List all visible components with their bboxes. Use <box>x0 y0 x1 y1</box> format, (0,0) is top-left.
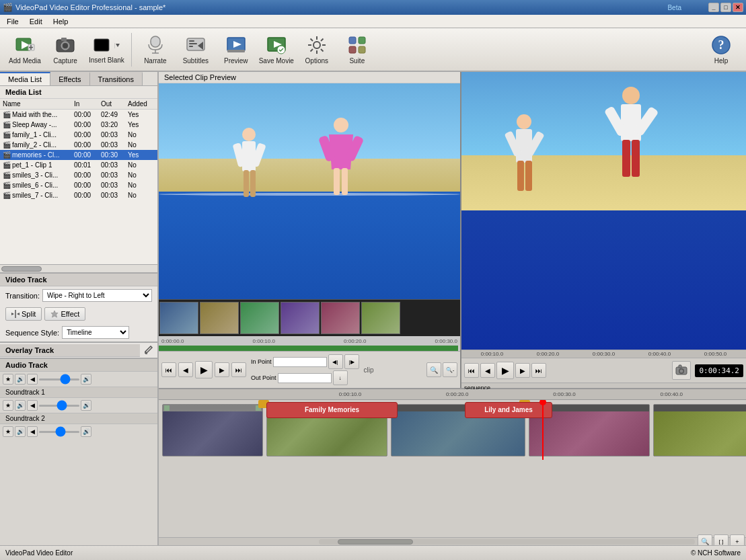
media-row[interactable]: 🎬 Sleep Away -... 00:00 03:20 Yes <box>0 120 157 130</box>
track-buttons-row: Split Effect <box>0 305 157 323</box>
split-button[interactable]: Split <box>5 307 42 321</box>
timeline-zoom-reset-btn[interactable]: [ ] <box>714 534 729 546</box>
st1-mute-btn[interactable]: 🔊 <box>15 400 26 411</box>
st2-mute-btn[interactable]: 🔊 <box>15 426 26 437</box>
in-point-input[interactable]: 0:00:00.00 <box>273 357 327 367</box>
media-row[interactable]: 🎬 memories - Cl... 00:00 00:30 Yes <box>0 150 157 160</box>
audio-next-btn[interactable]: 🔊 <box>81 374 91 385</box>
soundtrack-2-controls: ★ 🔊 ◀ 🔊 <box>0 424 157 439</box>
timeline-area: 0:00:10.0 0:00:20.0 0:00:30.0 0:00:40.0 <box>159 388 746 545</box>
out-point-row: Out Point 0:00:30.00 ↓ <box>251 370 359 385</box>
svg-rect-8 <box>61 38 67 41</box>
st1-next-btn[interactable]: 🔊 <box>81 400 91 411</box>
tab-media-list[interactable]: Media List <box>0 72 50 85</box>
media-row[interactable]: 🎬 smiles_6 - Cli... 00:00 00:03 No <box>0 180 157 190</box>
save-movie-button[interactable]: Save Movie <box>257 31 296 68</box>
in-point-row: In Point 0:00:00.00 ◀| |▶ <box>251 354 359 369</box>
tl-clip-1[interactable] <box>162 404 263 456</box>
audio-prev-btn[interactable]: ◀ <box>27 374 38 385</box>
sequence-controls: ⏮ ◀ ▶ ▶ ⏭ 0:00:34.2 <box>461 358 746 383</box>
scrollbar-thumb[interactable] <box>338 539 413 545</box>
insert-blank-button[interactable]: Insert Blank <box>86 31 127 68</box>
minimize-button[interactable]: _ <box>708 3 719 12</box>
clip-skip-end-btn[interactable]: ⏭ <box>231 362 246 377</box>
svg-rect-65 <box>621 104 641 141</box>
suite-button[interactable]: Suite <box>338 31 377 68</box>
media-row[interactable]: 🎬 smiles_3 - Cli... 00:00 00:03 No <box>0 170 157 180</box>
seq-play-btn[interactable]: ▶ <box>496 362 514 379</box>
media-list-scrollbar[interactable] <box>0 264 157 272</box>
close-button[interactable]: ✕ <box>733 3 743 12</box>
app-title: VideoPad Video Editor Professional - sam… <box>15 3 165 11</box>
audio-mute-btn[interactable]: 🔊 <box>15 374 26 385</box>
svg-point-72 <box>680 370 683 373</box>
clip-prev-frame-btn[interactable]: ◀ <box>178 362 193 377</box>
st2-volume-slider[interactable] <box>39 431 79 433</box>
help-icon: ? <box>710 34 732 56</box>
maximize-button[interactable]: □ <box>720 3 731 12</box>
sequence-style-select[interactable]: Timeline Storyboard <box>62 326 129 339</box>
menu-file[interactable]: File <box>1 16 24 27</box>
out-point-input[interactable]: 0:00:30.00 <box>278 373 332 383</box>
add-to-seq-btn[interactable]: ↓ <box>333 370 348 385</box>
capture-button[interactable]: Capture <box>46 31 85 68</box>
st1-prev-btn[interactable]: ◀ <box>27 400 38 411</box>
st1-star-btn[interactable]: ★ <box>3 400 13 411</box>
narrate-button[interactable]: Narrate <box>136 31 175 68</box>
zoom-in-btn[interactable]: 🔍 <box>426 362 441 377</box>
clip-next-frame-btn[interactable]: ▶ <box>215 362 229 377</box>
timeline-zoom-out-btn[interactable]: 🔍 <box>698 534 712 546</box>
clip-skip-start-btn[interactable]: ⏮ <box>161 362 176 377</box>
audio-volume-slider[interactable] <box>39 378 79 381</box>
svg-line-32 <box>321 49 324 52</box>
st2-next-btn[interactable]: 🔊 <box>81 426 91 437</box>
effect-button[interactable]: Effect <box>44 307 85 321</box>
snapshot-btn[interactable] <box>672 361 691 380</box>
subtitles-button[interactable]: Subtitles <box>176 31 215 68</box>
svg-marker-42 <box>11 313 14 315</box>
seq-skip-end-btn[interactable]: ⏭ <box>531 363 546 378</box>
preview-button[interactable]: Preview <box>217 31 256 68</box>
zoom-out-btn[interactable]: 🔍- <box>443 362 457 377</box>
overlay-edit-icon[interactable] <box>140 343 157 358</box>
tab-bar: Media List Effects Transitions <box>0 72 157 86</box>
sequence-ruler: 0:00:10.0 0:00:20.0 0:00:30.0 0:00:40.0 … <box>461 350 746 358</box>
options-button[interactable]: Options <box>297 31 336 68</box>
video-track-label: Video Track <box>0 274 157 286</box>
audio-star-btn[interactable]: ★ <box>3 374 13 385</box>
scrollbar-track[interactable] <box>319 539 695 545</box>
svg-rect-48 <box>242 141 256 171</box>
media-row[interactable]: 🎬 pet_1 - Clip 1 00:01 00:03 No <box>0 160 157 170</box>
tl-clip-5[interactable] <box>653 404 746 456</box>
title-bar-controls: _ □ ✕ <box>708 3 743 12</box>
soundtrack-2-label: Soundtrack 2 <box>0 413 157 424</box>
timeline-zoom-in-btn[interactable]: + <box>730 534 745 546</box>
overlay-block-1[interactable]: Family Memories <box>266 402 398 418</box>
set-in-btn[interactable]: ◀| <box>328 354 343 369</box>
effect-icon <box>50 310 59 318</box>
tab-transitions[interactable]: Transitions <box>90 72 143 85</box>
scrollbar-thumb[interactable] <box>1 266 42 272</box>
media-row[interactable]: 🎬 family_2 - Cli... 00:00 00:03 No <box>0 140 157 150</box>
menu-help[interactable]: Help <box>48 16 74 27</box>
svg-rect-22 <box>227 50 245 52</box>
goto-in-btn[interactable]: |▶ <box>344 354 359 369</box>
svg-rect-56 <box>334 168 340 195</box>
transition-select[interactable]: Wipe - Right to Left None Fade Dissolve <box>42 289 152 302</box>
add-media-button[interactable]: Add Media <box>5 31 44 68</box>
media-row[interactable]: 🎬 Maid with the... 00:00 02:49 Yes <box>0 110 157 120</box>
seq-skip-start-btn[interactable]: ⏮ <box>464 363 479 378</box>
overlay-block-2[interactable]: Lily and James <box>465 402 552 418</box>
seq-prev-frame-btn[interactable]: ◀ <box>480 363 495 378</box>
menu-edit[interactable]: Edit <box>24 16 48 27</box>
st2-prev-btn[interactable]: ◀ <box>27 426 38 437</box>
seq-next-frame-btn[interactable]: ▶ <box>515 363 530 378</box>
media-row[interactable]: 🎬 smiles_7 - Cli... 00:00 00:03 No <box>0 190 157 200</box>
st1-volume-slider[interactable] <box>39 405 79 407</box>
help-button[interactable]: ? Help <box>702 31 741 68</box>
st2-star-btn[interactable]: ★ <box>3 426 13 437</box>
timeline-scrollbar[interactable]: 🔍 [ ] + <box>159 537 746 545</box>
tab-effects[interactable]: Effects <box>50 72 89 85</box>
clip-play-btn[interactable]: ▶ <box>195 361 213 378</box>
media-row[interactable]: 🎬 family_1 - Cli... 00:00 00:03 No <box>0 130 157 140</box>
